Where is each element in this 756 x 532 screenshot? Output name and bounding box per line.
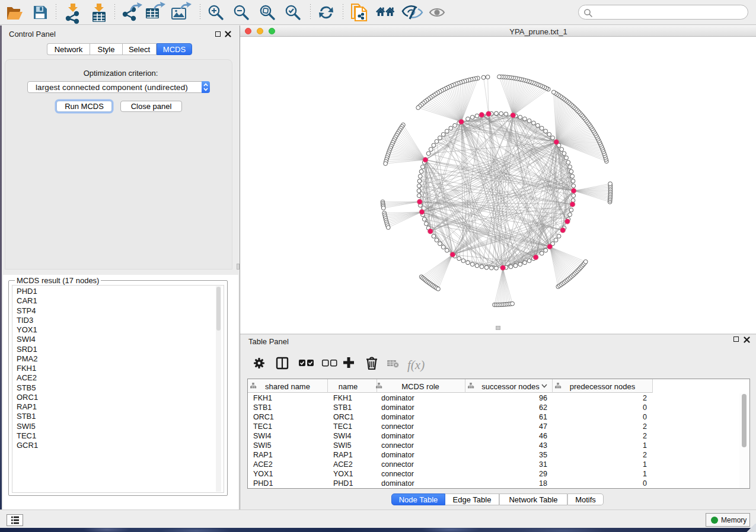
svg-text:f(x): f(x): [407, 358, 425, 372]
